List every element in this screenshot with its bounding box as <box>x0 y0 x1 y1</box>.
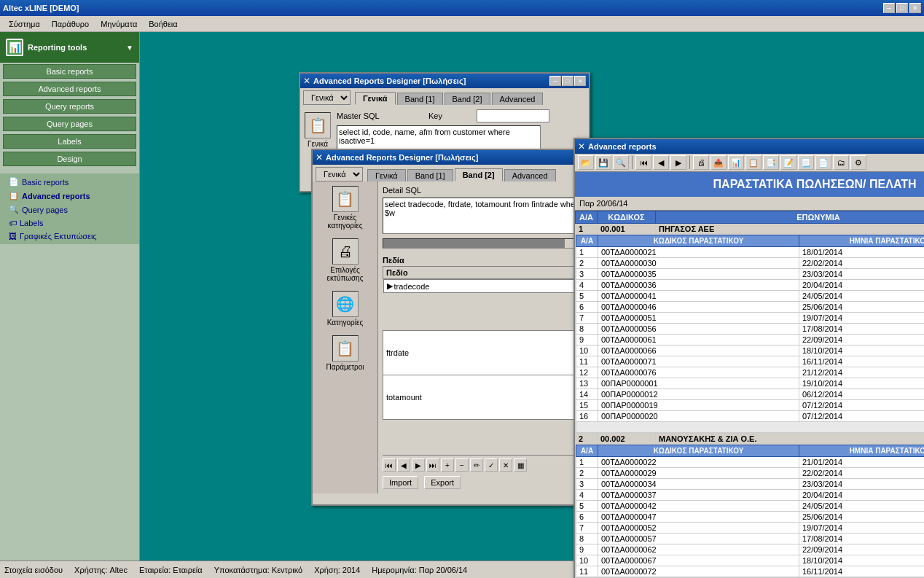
tb-export3[interactable]: 📋 <box>745 155 761 170</box>
tab-band1-1[interactable]: Band [1] <box>397 93 443 105</box>
query-reports-btn[interactable]: Query reports <box>3 99 136 114</box>
sub-row-1-4: 400ΤΔΑ000003620/04/201479.488,75 <box>576 280 925 291</box>
key-label: Key <box>428 112 472 120</box>
tab-genika1[interactable]: Γενικά <box>355 92 396 105</box>
menu-help[interactable]: Βοήθεια <box>143 18 183 30</box>
col-code: ΚΩΔΙΚΟΣ <box>598 211 656 224</box>
sub2-date: ΗΜΝΙΑ ΠΑΡΑΣΤΑΤΙΚΟΥ <box>799 445 924 457</box>
labels-icon: 🏷 <box>9 219 17 227</box>
subtable-header-2: Α/Α ΚΩΔΙΚΟΣ ΠΑΡΑΣΤΑΤΙΚΟΥ ΗΜΝΙΑ ΠΑΡΑΣΤΑΤΙ… <box>576 445 925 578</box>
sub-row-2-1: 100ΤΔΑ000002221/01/2014111.561,00 <box>576 457 925 468</box>
col-aa: Α/Α <box>576 211 598 224</box>
tb-prev[interactable]: ◀ <box>653 155 669 170</box>
cancel-record-btn[interactable]: ✕ <box>499 458 512 472</box>
sub-row-1-13: 1300ΠΑΡ000000119/10/20142.460,00 <box>576 378 925 389</box>
tb-export7[interactable]: 📄 <box>815 155 831 170</box>
first-btn[interactable]: ⏮ <box>383 458 396 472</box>
sub-row-2-6: 600ΤΔΑ000004725/06/201492.496,00 <box>576 512 925 523</box>
status-imerinia: Ημερομηνία: Παρ 20/06/14 <box>372 566 467 574</box>
tb-settings[interactable]: ⚙ <box>850 155 866 170</box>
tb-export1[interactable]: 📤 <box>710 155 727 170</box>
adv-icon: ✕ <box>578 141 585 152</box>
edit-btn[interactable]: ✏ <box>470 458 483 472</box>
genika-kategorias-item[interactable]: 📋 Γενικές κατηγορίες <box>317 186 373 230</box>
parametroi-icon: 📋 <box>332 335 359 362</box>
delete-btn[interactable]: − <box>455 458 469 472</box>
sub-row-1-11: 1100ΤΔΑ000007116/11/201498.953,50 <box>576 356 925 367</box>
g1-name: ΠΗΓΑΣΟΣ ΑΕΕ <box>656 224 925 235</box>
tab-advanced2[interactable]: Advanced <box>504 169 556 181</box>
export-btn[interactable]: Export <box>424 476 461 489</box>
grid-btn[interactable]: ▦ <box>514 458 527 472</box>
tb-save[interactable]: 💾 <box>595 155 611 170</box>
menu-system[interactable]: Σύστημα <box>3 18 46 30</box>
status-xrisi: Χρήση: 2014 <box>314 566 360 574</box>
tb-export5[interactable]: 📝 <box>780 155 796 170</box>
main-area: 📊 Reporting tools ▼ Basic reports Advanc… <box>0 32 924 561</box>
scroll-thumb <box>383 239 565 248</box>
parametroi-item[interactable]: 📋 Παράμετροι <box>326 335 364 371</box>
kategorias-item[interactable]: 🌐 Κατηγορίες <box>327 291 364 327</box>
play-btn[interactable]: ▶ <box>412 458 425 472</box>
query-pages-btn[interactable]: Query pages <box>3 117 136 131</box>
tab-band1-2[interactable]: Band [1] <box>407 169 453 181</box>
tb-zoom-out[interactable]: 🔍 <box>613 155 629 170</box>
sidebar-item-advanced-reports[interactable]: 📋 Advanced reports <box>0 189 139 203</box>
sidebar-item-labels[interactable]: 🏷 Labels <box>0 216 139 230</box>
subtable-header-1: Α/Α ΚΩΔΙΚΟΣ ΠΑΡΑΣΤΑΤΙΚΟΥ ΗΜΝΙΑ ΠΑΡΑΣΤΑΤΙ… <box>576 235 925 434</box>
next-btn[interactable]: ⏭ <box>426 458 439 472</box>
close-btn[interactable]: ✕ <box>909 3 921 13</box>
tb-export6[interactable]: 📃 <box>798 155 814 170</box>
tab-genika2[interactable]: Γενικά <box>367 169 406 181</box>
tb-export2[interactable]: 📊 <box>728 155 744 170</box>
designer2-dropdown[interactable]: Γενικά <box>316 167 363 181</box>
key-input[interactable] <box>477 109 549 122</box>
parametroi-label: Παράμετροι <box>326 363 364 371</box>
sub-row-1-12: 1200ΤΔΑ000007621/12/201453.966,25 <box>576 367 925 378</box>
app-title: Altec xLINE [DEMO] <box>3 4 79 12</box>
adv-title: Advanced reports <box>588 142 924 151</box>
sidebar-item-query-pages[interactable]: 🔍 Query pages <box>0 203 139 216</box>
designer1-title: Advanced Reports Designer [Πωλήσεις] <box>313 77 547 85</box>
epiloges-item[interactable]: 🖨 Επιλογές εκτύπωσης <box>317 238 373 282</box>
tab-band2-1[interactable]: Band [2] <box>445 93 490 105</box>
design-btn[interactable]: Design <box>3 152 136 166</box>
minimize-btn[interactable]: ─ <box>883 3 895 13</box>
status-stoixeia: Στοιχεία εισόδου <box>4 566 63 574</box>
master-sql-label: Master SQL <box>337 112 380 120</box>
prev-btn[interactable]: ◀ <box>397 458 410 472</box>
sub-row-2-7: 700ΤΔΑ000005219/07/2014127.428,00 <box>576 523 925 534</box>
tb-open[interactable]: 📂 <box>578 155 594 170</box>
tb-export8[interactable]: 🗂 <box>833 155 849 170</box>
sidebar-item-graphics[interactable]: 🖼 Γραφικές Εκτυπώσεις <box>0 230 139 243</box>
designer1-dropdown[interactable]: Γενικά <box>303 90 351 105</box>
designer1-minimize[interactable]: ─ <box>549 76 561 86</box>
sidebar-dropdown-arrow[interactable]: ▼ <box>126 44 133 52</box>
sidebar-item-basic-reports[interactable]: 📄 Basic reports <box>0 175 139 189</box>
sub2-aa: Α/Α <box>576 445 598 457</box>
save-record-btn[interactable]: ✓ <box>485 458 498 472</box>
sidebar-title: Reporting tools <box>28 43 87 52</box>
labels-btn[interactable]: Labels <box>3 134 136 149</box>
designer1-close[interactable]: ✕ <box>574 76 586 86</box>
menu-messages[interactable]: Μηνύματα <box>95 18 143 30</box>
adv-title-bar: ✕ Advanced reports ─ ❐ □ ✕ <box>575 139 924 154</box>
menu-window[interactable]: Παράθυρο <box>46 18 95 30</box>
g2-code: 00.002 <box>598 434 656 445</box>
tb-next[interactable]: ▶ <box>670 155 686 170</box>
designer1-maximize[interactable]: □ <box>562 76 573 86</box>
add-record-btn[interactable]: + <box>441 458 454 472</box>
designer1-controls: ─ □ ✕ <box>549 76 586 86</box>
advanced-reports-btn[interactable]: Advanced reports <box>3 82 136 96</box>
sub-row-1-16: 1600ΠΑΡ000002007/12/20142.546,10 <box>576 411 925 422</box>
basic-reports-btn[interactable]: Basic reports <box>3 64 136 79</box>
tb-print[interactable]: 🖨 <box>693 155 709 170</box>
adv-toolbar: 📂 💾 🔍 ⏮ ◀ ▶ 🖨 📤 📊 📋 📑 📝 📃 📄 🗂 ⚙ <box>575 154 924 172</box>
tb-export4[interactable]: 📑 <box>763 155 779 170</box>
sub-row-2-2: 200ΤΔΑ000002922/02/2014104.058,00 <box>576 468 925 479</box>
tab-band2-2[interactable]: Band [2] <box>455 168 503 181</box>
maximize-btn[interactable]: □ <box>896 3 908 13</box>
tb-first[interactable]: ⏮ <box>635 155 651 170</box>
import-btn[interactable]: Import <box>383 476 418 489</box>
tab-advanced1[interactable]: Advanced <box>492 93 544 105</box>
